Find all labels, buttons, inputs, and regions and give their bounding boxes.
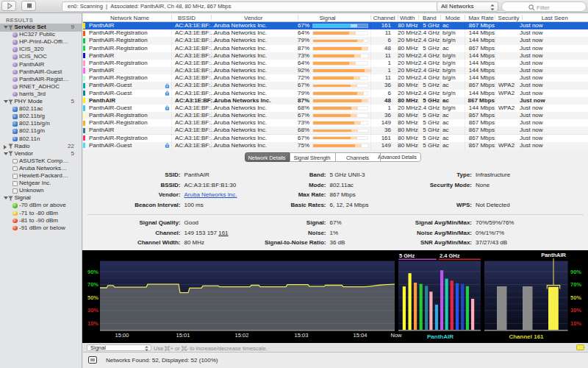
svg-text:15:00: 15:00 bbox=[115, 332, 129, 339]
svg-text:70%: 70% bbox=[87, 281, 98, 288]
svg-text:50%: 50% bbox=[87, 294, 98, 301]
svg-text:2.4 GHz: 2.4 GHz bbox=[440, 252, 460, 259]
svg-text:90%: 90% bbox=[570, 269, 581, 275]
svg-text:15:04: 15:04 bbox=[354, 332, 368, 339]
svg-text:50%: 50% bbox=[570, 294, 581, 301]
svg-text:30%: 30% bbox=[87, 307, 98, 314]
svg-text:15:01: 15:01 bbox=[176, 332, 190, 339]
svg-text:PanthAIR: PanthAIR bbox=[541, 252, 566, 258]
svg-text:15:02: 15:02 bbox=[235, 332, 249, 339]
svg-text:70%: 70% bbox=[570, 281, 581, 288]
svg-text:10%: 10% bbox=[570, 320, 581, 327]
svg-text:30%: 30% bbox=[570, 307, 581, 314]
svg-text:PanthAIR: PanthAIR bbox=[427, 333, 453, 340]
svg-text:Now: Now bbox=[390, 332, 402, 339]
svg-text:90%: 90% bbox=[87, 269, 98, 275]
svg-text:10%: 10% bbox=[87, 320, 98, 327]
svg-text:15:03: 15:03 bbox=[295, 332, 309, 339]
svg-text:5 GHz: 5 GHz bbox=[399, 252, 415, 259]
svg-text:Channel 161: Channel 161 bbox=[509, 333, 544, 340]
